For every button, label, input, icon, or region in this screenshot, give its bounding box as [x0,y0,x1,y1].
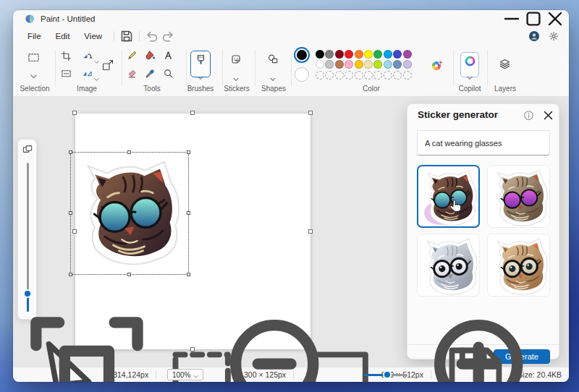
panel-close-icon[interactable] [543,110,554,121]
chevron-down-icon[interactable] [233,72,239,76]
menu-file[interactable]: File [20,30,48,43]
color-swatch[interactable] [364,50,373,59]
group-divider [55,50,56,86]
color-swatch[interactable] [393,50,402,59]
fit-to-screen-icon[interactable] [13,299,161,382]
menu-view[interactable]: View [77,30,109,43]
rotate-icon[interactable] [82,51,93,61]
pencil-tool-icon[interactable] [127,50,138,61]
selection-handle[interactable] [127,150,131,154]
minimize-button[interactable] [501,10,523,27]
canvas-handle-top-left[interactable] [72,111,77,115]
canvas-handle-mid-right[interactable] [308,229,313,234]
shapes-tool-icon[interactable] [267,54,279,65]
selection-handle[interactable] [69,273,72,276]
cat-sticker-on-canvas[interactable] [74,155,187,273]
color-swatch[interactable] [325,60,334,69]
custom-color-slot[interactable] [403,71,412,80]
selection-rectangle[interactable] [70,152,189,275]
color-swatch[interactable] [325,50,334,59]
custom-color-slot[interactable] [384,71,392,80]
color-swatch[interactable] [384,50,392,59]
crop-icon[interactable] [61,51,72,61]
undo-icon[interactable] [144,29,160,43]
chevron-down-icon[interactable] [270,72,276,76]
chevron-down-icon[interactable] [94,54,99,59]
prompt-input[interactable] [417,130,550,155]
canvas-handle-top-right[interactable] [308,111,313,115]
selection-tool-icon[interactable] [28,52,40,63]
custom-color-slot[interactable] [393,71,402,80]
sticker-thumbnail-cat-purple-sunglasses[interactable] [487,165,550,228]
custom-color-slot[interactable] [364,71,373,80]
zoom-slider-thumb[interactable] [383,370,392,379]
custom-color-slot[interactable] [373,71,382,80]
custom-color-slot[interactable] [335,71,344,80]
chevron-down-icon[interactable] [94,72,99,76]
color-swatch[interactable] [384,60,392,69]
selection-handle[interactable] [69,211,72,215]
settings-gear-icon[interactable] [549,31,559,41]
selection-handle[interactable] [187,211,190,215]
title-bar[interactable]: Paint - Untitled [13,10,569,27]
selection-handle[interactable] [69,150,72,154]
sticker-thumbnail-cat-teal-sunglasses[interactable] [417,165,480,228]
info-icon[interactable] [523,110,534,121]
custom-color-slot[interactable] [325,71,334,80]
edit-colors-wheel-icon[interactable] [431,60,443,72]
selection-handle[interactable] [187,150,190,154]
magnifier-tool-icon[interactable] [163,68,174,79]
selection-handle[interactable] [187,273,190,276]
color-swatch[interactable] [403,60,412,69]
copilot-dropdown[interactable] [460,52,479,77]
flip-icon[interactable] [82,68,93,79]
paint-logo-icon [25,14,35,24]
hand-cursor-icon [447,198,463,216]
menu-edit[interactable]: Edit [48,30,77,43]
brushes-dropdown[interactable] [190,51,211,77]
zoom-level-dropdown[interactable]: 100% [167,369,204,380]
close-button[interactable] [544,10,566,27]
zoom-slider[interactable] [364,370,407,379]
color-swatch[interactable] [364,60,373,69]
save-icon[interactable] [119,29,135,43]
text-tool-icon[interactable] [163,50,174,61]
color-swatch[interactable] [355,60,363,69]
color1-selected[interactable] [294,47,310,63]
color-swatch[interactable] [345,60,353,69]
sticker-thumbnail-cat-gray-round-glasses[interactable] [417,234,480,297]
zoom-out-icon[interactable] [210,299,358,382]
custom-color-slot[interactable] [355,71,363,80]
fill-tool-icon[interactable] [145,50,156,61]
preview-panel-icon[interactable] [22,144,33,154]
chevron-down-icon[interactable] [30,69,37,73]
color-swatch[interactable] [345,50,353,59]
custom-color-slot[interactable] [316,71,324,80]
selection-handle[interactable] [127,273,131,276]
color-swatch[interactable] [393,60,402,69]
color-swatch[interactable] [403,50,412,59]
color-swatch[interactable] [373,60,382,69]
maximize-button[interactable] [523,10,544,27]
color-swatch[interactable] [335,60,344,69]
stickers-tool-icon[interactable] [230,54,242,65]
color-swatch[interactable] [355,50,363,59]
resize-image-icon[interactable] [101,59,114,72]
sticker-thumbnail-cat-tabby-round-glasses[interactable] [487,234,550,297]
color-swatch[interactable] [316,50,324,59]
redo-icon[interactable] [160,29,176,43]
zoom-in-icon[interactable] [414,299,562,382]
custom-color-slot[interactable] [345,71,353,80]
account-avatar[interactable] [528,30,540,42]
vertical-slider-thumb[interactable] [23,289,32,298]
layers-group-label: Layers [494,85,516,93]
color-swatch[interactable] [373,50,382,59]
select-all-icon[interactable] [61,68,72,79]
eyedropper-tool-icon[interactable] [145,68,156,79]
color-swatch[interactable] [335,50,344,59]
color-swatch[interactable] [316,60,324,69]
canvas-handle-top-mid[interactable] [190,111,195,115]
eraser-tool-icon[interactable] [127,68,138,79]
layers-icon[interactable] [499,58,511,70]
color2[interactable] [295,67,309,82]
